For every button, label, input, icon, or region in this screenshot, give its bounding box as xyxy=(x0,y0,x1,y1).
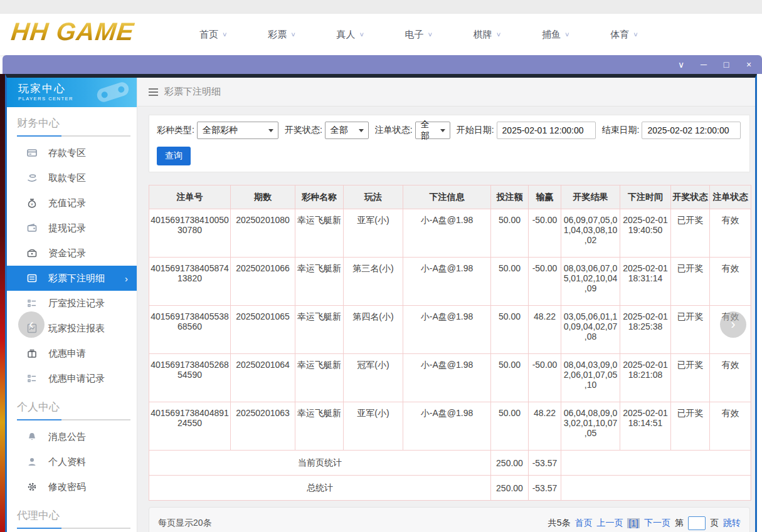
section-divider xyxy=(17,135,130,137)
sidebar-item-notices[interactable]: 消息公告 xyxy=(7,424,137,449)
col-lottery: 彩种名称 xyxy=(295,185,344,209)
nav-item-live[interactable]: 真人∨ xyxy=(336,29,364,41)
cell-amount: 50.00 xyxy=(491,402,529,451)
cell-draw-status: 已开奖 xyxy=(671,402,710,451)
section-divider xyxy=(17,528,130,529)
nav-item-slots[interactable]: 电子∨ xyxy=(405,29,433,41)
chevron-down-icon: ∨ xyxy=(564,31,570,38)
cell-order-no: 401569173840489124550 xyxy=(149,402,231,451)
chevron-down-icon: ∨ xyxy=(290,31,296,38)
sidebar-item-profile[interactable]: 个人资料 xyxy=(7,449,137,474)
sidebar-item-funds-record[interactable]: 资金记录 xyxy=(7,241,137,266)
next-page-link[interactable]: 下一页 xyxy=(644,518,670,529)
cell-amount: 50.00 xyxy=(491,209,529,258)
window-minimize-button[interactable]: ─ xyxy=(694,60,713,70)
nav-item-sports[interactable]: 体育∨ xyxy=(610,29,638,41)
sidebar-item-label: 优惠申请记录 xyxy=(48,373,105,385)
window-titlebar: ∨ ─ □ × xyxy=(3,55,762,74)
jump-page-input[interactable] xyxy=(688,516,706,530)
col-result: 开奖结果 xyxy=(561,185,620,209)
sidebar-item-label: 彩票下注明细 xyxy=(48,273,105,284)
sidebar-item-promo-record[interactable]: 优惠申请记录 xyxy=(7,366,137,391)
cell-draw-status: 已开奖 xyxy=(671,258,710,306)
table-header-row: 注单号 期数 彩种名称 玩法 下注信息 投注额 输赢 开奖结果 下注时间 开奖状… xyxy=(149,185,751,209)
gift-icon xyxy=(27,348,37,358)
select-value: 全部彩种 xyxy=(203,125,238,136)
main-content: 彩票下注明细 彩种类型: 全部彩种 开奖状态: 全部 注单状态: 全部 开始日期… xyxy=(137,78,755,532)
bets-table-wrap: 注单号 期数 彩种名称 玩法 下注信息 投注额 输赢 开奖结果 下注时间 开奖状… xyxy=(149,185,750,501)
prev-page-link[interactable]: 上一页 xyxy=(596,518,623,529)
site-logo[interactable]: HH GAME xyxy=(10,18,136,46)
chevron-left-icon: ‹ xyxy=(29,316,33,333)
purse-icon xyxy=(27,248,37,258)
window-collapse-button[interactable]: ∨ xyxy=(672,60,691,70)
cell-bet-info: 小-A盘@1.98 xyxy=(403,402,491,451)
bell-icon xyxy=(27,432,37,442)
cell-period: 20250201066 xyxy=(231,258,295,306)
nav-item-chess[interactable]: 棋牌∨ xyxy=(474,29,502,41)
sidebar-item-label: 个人资料 xyxy=(48,456,86,468)
sidebar-item-recharge-record[interactable]: ¥ 充值记录 xyxy=(7,190,137,216)
cell-order-status: 有效 xyxy=(710,354,751,402)
sidebar-item-withdraw-zone[interactable]: 取款专区 xyxy=(7,165,137,190)
col-play: 玩法 xyxy=(344,185,403,209)
sidebar-item-promo-apply[interactable]: 优惠申请 xyxy=(7,341,137,366)
gear-icon xyxy=(27,482,37,492)
select-caret-icon xyxy=(359,129,364,132)
cell-amount: 50.00 xyxy=(491,354,529,402)
bets-table: 注单号 期数 彩种名称 玩法 下注信息 投注额 输赢 开奖结果 下注时间 开奖状… xyxy=(149,185,751,501)
section-divider xyxy=(17,419,130,420)
total-summary-row: 总统计 250.00 -53.57 xyxy=(149,476,751,501)
cell-period: 20250201065 xyxy=(231,306,295,354)
cell-amount: 50.00 xyxy=(491,258,529,306)
carousel-right-button[interactable]: › xyxy=(720,311,746,338)
sidebar-item-lottery-bet-detail[interactable]: 彩票下注明细 › xyxy=(7,266,137,291)
summary-empty xyxy=(561,451,751,476)
cell-order-no: 401569173840526854590 xyxy=(149,354,231,402)
col-period: 期数 xyxy=(231,185,295,209)
current-page-summary-label: 当前页统计 xyxy=(149,451,491,476)
cell-lottery: 幸运飞艇新 xyxy=(295,209,344,258)
current-page-indicator[interactable]: [1] xyxy=(627,518,640,528)
nav-item-home[interactable]: 首页∨ xyxy=(199,29,228,41)
end-date-input[interactable] xyxy=(642,122,741,139)
start-date-input[interactable] xyxy=(497,122,596,139)
window-close-button[interactable]: × xyxy=(739,60,758,70)
chevron-down-icon: ∨ xyxy=(222,31,228,38)
nav-item-lottery[interactable]: 彩票∨ xyxy=(268,29,296,41)
sidebar-item-change-password[interactable]: 修改密码 xyxy=(7,474,137,499)
sidebar-item-label: 充值记录 xyxy=(48,197,86,209)
col-amount: 投注额 xyxy=(491,185,529,209)
first-page-link[interactable]: 首页 xyxy=(574,518,592,529)
cell-period: 20250201064 xyxy=(231,354,295,402)
sidebar-item-withdrawal-record[interactable]: 提现记录 xyxy=(7,216,137,241)
draw-status-select[interactable]: 全部 xyxy=(325,122,369,139)
nav-item-fishing[interactable]: 捕鱼∨ xyxy=(542,29,570,41)
order-status-select[interactable]: 全部 xyxy=(415,122,450,139)
col-bet-time: 下注时间 xyxy=(620,185,671,209)
col-order-no: 注单号 xyxy=(149,185,231,209)
sidebar-item-deposit-zone[interactable]: 存款专区 xyxy=(7,140,137,165)
cell-bet-time: 2025-02-01 18:31:14 xyxy=(620,258,671,306)
lottery-type-select[interactable]: 全部彩种 xyxy=(197,122,278,139)
select-caret-icon xyxy=(440,129,445,132)
cell-play: 第四名(小) xyxy=(344,306,403,354)
jump-action-link[interactable]: 跳转 xyxy=(723,518,741,529)
nav-label: 首页 xyxy=(199,29,218,41)
cell-bet-time: 2025-02-01 18:14:51 xyxy=(620,402,671,451)
sidebar-item-label: 资金记录 xyxy=(48,248,86,259)
col-winloss: 输赢 xyxy=(529,185,561,209)
nav-label: 体育 xyxy=(610,29,629,41)
cell-play: 亚军(小) xyxy=(344,209,403,258)
hamburger-menu-icon[interactable] xyxy=(149,88,158,96)
cell-bet-time: 2025-02-01 18:21:08 xyxy=(620,354,671,402)
cell-lottery: 幸运飞艇新 xyxy=(295,402,344,451)
cell-winloss: -50.00 xyxy=(529,354,561,402)
person-icon xyxy=(27,457,37,467)
search-button[interactable]: 查询 xyxy=(157,147,191,165)
nav-label: 棋牌 xyxy=(474,29,492,41)
section-finance-label: 财务中心 xyxy=(17,116,137,130)
window-maximize-button[interactable]: □ xyxy=(717,60,736,70)
carousel-left-button[interactable]: ‹ xyxy=(18,311,45,338)
cell-order-status: 有效 xyxy=(710,209,751,258)
